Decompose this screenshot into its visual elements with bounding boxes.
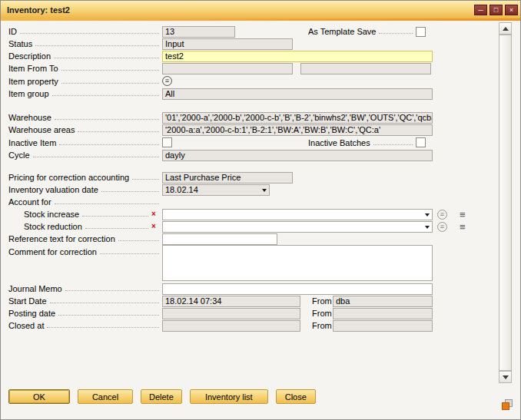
delete-button[interactable]: Delete — [141, 389, 182, 404]
cycle-label: Cycle — [8, 150, 162, 160]
closed-from-label: From — [312, 321, 333, 330]
comment-label-text: Comment for correction — [8, 247, 97, 256]
vertical-scrollbar[interactable] — [499, 22, 512, 383]
row-stock-increase: Stock increase × ≡ ≡ — [8, 208, 474, 220]
closed-at-label: Closed at — [8, 321, 162, 330]
row-description: Description — [8, 50, 474, 62]
account-for-label-text: Account for — [8, 197, 51, 207]
posting-from-group: From — [312, 308, 433, 319]
journal-memo-label-text: Journal Memo — [8, 284, 62, 293]
window-title: Inventory: test2 — [7, 5, 472, 15]
closed-at-label-text: Closed at — [8, 321, 44, 330]
closed-from-field — [333, 320, 433, 332]
restore-icon: □ — [494, 5, 498, 15]
minimize-icon: ─ — [478, 5, 483, 15]
valuation-date-label: Inventory valuation date — [8, 185, 162, 194]
item-to-field — [300, 63, 431, 74]
inventory-form: ID 13 As Template Save Status Input Desc… — [8, 25, 474, 332]
closed-at-field — [162, 320, 300, 332]
close-button[interactable]: × — [505, 5, 518, 15]
resize-grip-icon[interactable] — [502, 399, 513, 410]
chevron-down-icon — [262, 189, 267, 192]
stock-increase-label: Stock increase — [8, 210, 151, 219]
row-item-property: Item property ≡ — [8, 74, 474, 88]
menu-icon[interactable]: ≡ — [460, 210, 466, 220]
inactive-item-checkbox[interactable] — [162, 137, 172, 147]
pricing-field: Last Purchase Price — [162, 172, 293, 184]
spacer — [8, 100, 474, 111]
id-label: ID — [8, 27, 162, 36]
status-label: Status — [8, 39, 162, 48]
row-pricing: Pricing for correction accounting Last P… — [8, 171, 474, 184]
cycle-field: dayly — [162, 150, 433, 161]
row-id: ID 13 As Template Save — [8, 25, 474, 38]
start-from-field: dba — [333, 296, 433, 307]
row-inactive: Inactive Item Inactive Batches — [8, 136, 474, 149]
account-for-label: Account for — [8, 197, 162, 207]
valuation-date-label-text: Inventory valuation date — [8, 185, 98, 194]
title-bar[interactable]: Inventory: test2 ─ □ × — [1, 1, 520, 18]
row-warehouse: Warehouse '01','2000-a','2000-b','2000-c… — [8, 111, 474, 124]
journal-memo-input[interactable] — [162, 283, 433, 295]
description-input[interactable] — [162, 51, 433, 62]
description-label: Description — [8, 51, 162, 61]
start-from-group: From dba — [312, 296, 433, 307]
posting-from-field — [333, 308, 433, 319]
posting-date-field — [162, 308, 300, 319]
item-group-label: Item group — [8, 89, 162, 98]
choose-from-list-icon[interactable]: ≡ — [437, 210, 447, 220]
pricing-label: Pricing for correction accounting — [8, 173, 162, 182]
item-property-label: Item property — [8, 77, 162, 86]
row-journal-memo: Journal Memo — [8, 283, 474, 295]
cancel-button[interactable]: Cancel — [78, 389, 133, 404]
stock-reduction-combo[interactable] — [162, 221, 433, 233]
inactive-batches-label-text: Inactive Batches — [308, 138, 370, 147]
row-reference-text: Reference text for correction — [8, 233, 474, 245]
id-label-text: ID — [8, 27, 17, 36]
stock-reduction-label-text: Stock reduction — [24, 222, 82, 231]
as-template-save-checkbox[interactable] — [416, 27, 426, 37]
scroll-down-button[interactable] — [499, 371, 512, 383]
inactive-batches-checkbox[interactable] — [416, 137, 426, 147]
minimize-button[interactable]: ─ — [474, 5, 487, 15]
row-start-date: Start Date 18.02.14 07:34 From dba — [8, 295, 474, 307]
valuation-date-value: 18.02.14 — [165, 185, 198, 194]
item-property-selector-icon[interactable]: ≡ — [162, 76, 172, 86]
status-label-text: Status — [8, 39, 32, 48]
button-bar: OK Cancel Delete Inventory list Close — [8, 389, 316, 404]
item-from-field — [162, 63, 293, 74]
required-x-icon: × — [151, 209, 162, 220]
inactive-item-label-text: Inactive Item — [8, 138, 56, 147]
warehouse-areas-label: Warehouse areas — [8, 125, 162, 134]
reference-text-label: Reference text for correction — [8, 234, 162, 243]
row-account-for: Account for — [8, 196, 474, 208]
row-status: Status Input — [8, 38, 474, 50]
inventory-list-button[interactable]: Inventory list — [190, 389, 268, 404]
start-date-field: 18.02.14 07:34 — [162, 296, 300, 307]
stock-increase-combo[interactable] — [162, 209, 433, 220]
row-posting-date: Posting date From — [8, 307, 474, 319]
close-form-button[interactable]: Close — [276, 389, 316, 404]
warehouse-label-text: Warehouse — [8, 113, 51, 122]
journal-memo-label: Journal Memo — [8, 284, 162, 293]
spacer — [8, 161, 474, 171]
scroll-up-button[interactable] — [499, 22, 512, 35]
chevron-down-icon — [425, 226, 430, 229]
comment-textarea[interactable] — [162, 245, 433, 281]
pricing-label-text: Pricing for correction accounting — [8, 173, 129, 182]
reference-text-input[interactable] — [162, 233, 277, 245]
cycle-label-text: Cycle — [8, 150, 30, 160]
required-x-icon: × — [151, 221, 162, 232]
inactive-item-label: Inactive Item — [8, 138, 162, 147]
as-template-save-label: As Template Save — [308, 27, 416, 36]
description-label-text: Description — [8, 51, 51, 61]
menu-icon[interactable]: ≡ — [460, 222, 466, 232]
valuation-date-combo[interactable]: 18.02.14 — [162, 184, 270, 196]
reference-text-label-text: Reference text for correction — [8, 234, 115, 243]
ok-button[interactable]: OK — [8, 389, 70, 404]
restore-button[interactable]: □ — [489, 5, 503, 15]
choose-from-list-icon[interactable]: ≡ — [437, 222, 447, 232]
inventory-window: Inventory: test2 ─ □ × ID 13 As Template… — [0, 0, 521, 420]
scrollbar-thumb[interactable] — [499, 35, 512, 371]
posting-date-label: Posting date — [8, 309, 162, 318]
